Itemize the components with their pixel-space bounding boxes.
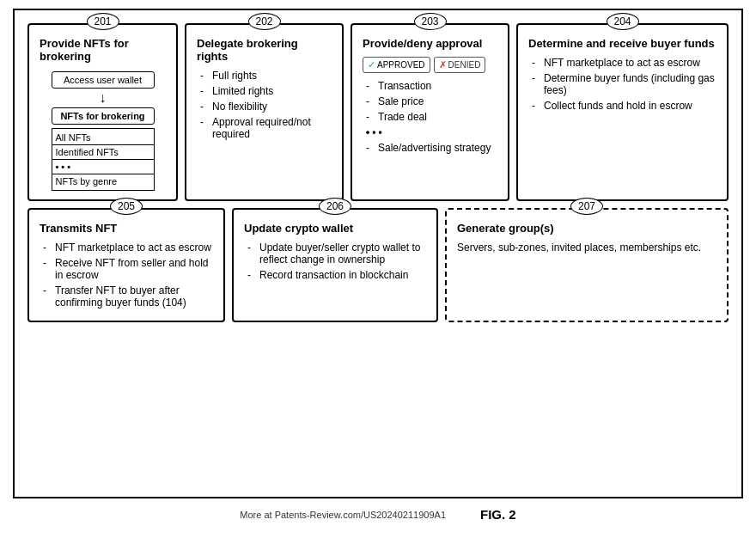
box-204-list: NFT marketplace to act as escrow Determi… — [528, 57, 716, 112]
arrow-icon: ↓ — [100, 91, 107, 105]
box-206-list: Update buyer/seller crypto wallet to ref… — [244, 241, 426, 281]
box-203-dots: ••• — [366, 126, 497, 138]
diagram-container: 201 Provide NFTs for brokering Access us… — [13, 9, 743, 498]
box-203-item-2: Sale price — [366, 95, 497, 107]
box-202-item-4: Approval required/not required — [200, 116, 332, 140]
box-203-item-3: Trade deal — [366, 111, 497, 123]
box-207-text: Servers, sub-zones, invited places, memb… — [457, 241, 716, 254]
box-203-item-5: Sale/advertising strategy — [366, 142, 497, 154]
box-202-item-3: No flexibility — [200, 101, 332, 113]
box-201-step2: NFTs for brokering — [52, 107, 155, 125]
box-201-item-1: All NFTs — [52, 131, 154, 145]
box-206-title: Update crypto wallet — [244, 222, 426, 235]
box-203-label: 203 — [413, 13, 446, 30]
box-205-item-3: Transfer NFT to buyer after confirming b… — [43, 284, 213, 309]
box-203-title: Provide/deny approval — [363, 37, 497, 50]
box-206-item-2: Record transaction in blockchain — [247, 269, 426, 281]
approved-badge: ✓ APPROVED — [363, 57, 430, 73]
x-icon: ✗ — [439, 59, 447, 70]
box-201-title: Provide NFTs for brokering — [40, 37, 166, 63]
box-205: 205 Transmits NFT NFT marketplace to act… — [27, 208, 225, 322]
box-202-list: Full rights Limited rights No flexibilit… — [197, 70, 332, 140]
box-206-label: 206 — [319, 198, 351, 215]
box-205-label: 205 — [110, 198, 143, 215]
footer: More at Patents-Review.com/US20240211909… — [0, 507, 756, 522]
bottom-row: 205 Transmits NFT NFT marketplace to act… — [27, 208, 729, 322]
box-204-label: 204 — [606, 13, 638, 30]
box-205-list: NFT marketplace to act as escrow Receive… — [40, 241, 213, 309]
box-201-item-4: NFTs by genre — [52, 174, 154, 188]
approval-badges: ✓ APPROVED ✗ DENIED — [363, 57, 497, 73]
box-204-item-1: NFT marketplace to act as escrow — [532, 57, 716, 69]
box-201-label: 201 — [86, 13, 119, 30]
box-201-items: All NFTs Identified NFTs ••• NFTs by gen… — [52, 128, 155, 191]
box-207-label: 207 — [570, 198, 603, 215]
box-202-label: 202 — [247, 13, 280, 30]
box-201: 201 Provide NFTs for brokering Access us… — [27, 23, 178, 201]
box-201-dots: ••• — [52, 160, 154, 174]
box-201-step1: Access user wallet — [52, 71, 155, 89]
box-204: 204 Determine and receive buyer funds NF… — [516, 23, 729, 201]
denied-badge: ✗ DENIED — [434, 57, 486, 73]
check-icon: ✓ — [368, 59, 375, 70]
box-203-item-1: Transaction — [366, 80, 497, 92]
box-206-item-1: Update buyer/seller crypto wallet to ref… — [247, 241, 426, 266]
box-206: 206 Update crypto wallet Update buyer/se… — [232, 208, 438, 322]
box-202-item-2: Limited rights — [200, 85, 332, 97]
fig-label: FIG. 2 — [480, 507, 516, 522]
box-201-item-2: Identified NFTs — [52, 145, 154, 160]
box-202-item-1: Full rights — [200, 70, 332, 82]
box-201-flow: Access user wallet ↓ NFTs for brokering … — [40, 70, 166, 191]
box-207-title: Generate group(s) — [457, 222, 716, 235]
box-204-item-3: Collect funds and hold in escrow — [532, 100, 716, 112]
box-207: 207 Generate group(s) Servers, sub-zones… — [445, 208, 729, 322]
box-205-item-2: Receive NFT from seller and hold in escr… — [43, 257, 213, 281]
box-202: 202 Delegate brokering rights Full right… — [185, 23, 344, 201]
box-204-title: Determine and receive buyer funds — [528, 37, 716, 50]
top-row: 201 Provide NFTs for brokering Access us… — [27, 23, 729, 201]
box-204-item-2: Determine buyer funds (including gas fee… — [532, 72, 716, 96]
box-203-list: Transaction Sale price Trade deal ••• Sa… — [363, 80, 497, 154]
box-203: 203 Provide/deny approval ✓ APPROVED ✗ D… — [351, 23, 509, 201]
footer-url: More at Patents-Review.com/US20240211909… — [240, 510, 446, 520]
box-202-title: Delegate brokering rights — [197, 37, 332, 63]
box-205-title: Transmits NFT — [40, 222, 213, 235]
box-205-item-1: NFT marketplace to act as escrow — [43, 241, 213, 254]
